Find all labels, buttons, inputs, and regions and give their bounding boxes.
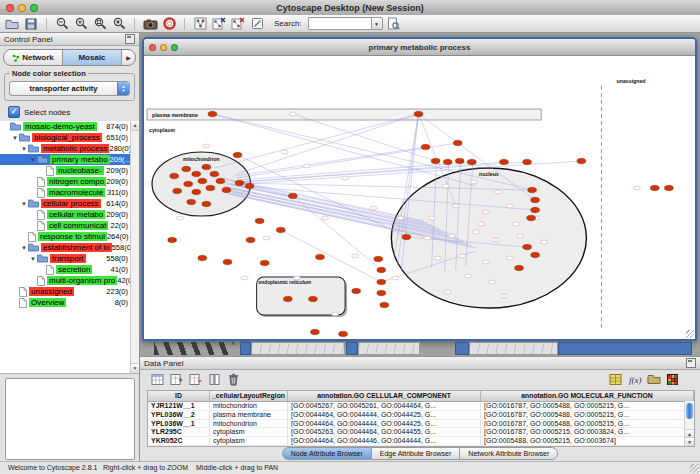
column-icon[interactable] [207, 372, 222, 387]
annotation-icon[interactable] [249, 16, 265, 31]
node [170, 173, 179, 178]
tree-row[interactable]: nitrogen compo209(0) [0, 176, 139, 187]
disclosure-triangle-icon[interactable]: ▼ [29, 157, 37, 163]
float-panel-icon[interactable] [125, 34, 135, 44]
column-header[interactable]: annotation.GO MOLECULAR_FUNCTION [481, 391, 694, 401]
tree-row[interactable]: cellular metabo209(0) [0, 209, 139, 220]
node-unselected [464, 274, 471, 278]
disclosure-triangle-icon[interactable]: ▼ [20, 201, 28, 207]
tree-row[interactable]: cell communicat22(0) [0, 220, 139, 231]
float-panel-icon[interactable] [686, 358, 696, 368]
node-color-selection-group: Node color selection transporter activit… [4, 73, 135, 101]
disclosure-triangle-icon[interactable]: ▼ [11, 135, 19, 141]
heatmap-icon[interactable] [665, 372, 680, 387]
node [402, 234, 411, 239]
select-attributes-icon[interactable] [150, 372, 165, 387]
tree-row[interactable]: unassigned223(0) [0, 286, 139, 297]
tree-row[interactable]: multi-organism pro42(0) [0, 275, 139, 286]
node [308, 296, 317, 301]
tree-row[interactable]: ▼cellular process614(0) [0, 198, 139, 209]
unhide-all-icon[interactable] [230, 16, 246, 31]
tree-row[interactable]: ▼establishment of lo558(0) [0, 242, 139, 253]
tree-row[interactable]: ▼biological_process651(0) [0, 132, 139, 143]
new-attribute-icon[interactable] [169, 372, 184, 387]
column-header[interactable]: annotation.GO CELLULAR_COMPONENT [288, 391, 481, 401]
node-unselected [448, 234, 455, 238]
node-unselected [303, 164, 310, 168]
search-dropdown-button[interactable]: ▼ [371, 17, 383, 30]
scrollbar-thumb[interactable] [686, 403, 693, 419]
network-window[interactable]: primary metabolic process plasma membran… [142, 37, 697, 341]
save-session-icon[interactable] [23, 16, 39, 31]
table-row[interactable]: YKR052Ccytoplasm[GO:0044464, GO:0044446,… [148, 437, 694, 446]
scroll-up-icon[interactable]: ▲ [131, 121, 139, 131]
tree-row-label: nitrogen compo [47, 177, 106, 186]
tree-row[interactable]: ▼metabolic process280(0) [0, 143, 139, 154]
node-color-dropdown[interactable]: transporter activity ▲▼ [9, 81, 130, 96]
search-input[interactable] [308, 17, 371, 30]
open-file-icon[interactable] [4, 16, 20, 31]
region-label: plasma membrane [152, 112, 198, 118]
zoom-out-icon[interactable] [54, 16, 70, 31]
zoom-fit-icon[interactable] [92, 16, 108, 31]
search-options-icon[interactable] [386, 16, 402, 31]
node [523, 159, 532, 164]
tab-node-attribute-browser[interactable]: Node Attribute Browser [282, 447, 372, 460]
tree-row[interactable]: ▼primary metabo209(... [0, 154, 139, 165]
trash-icon[interactable] [226, 372, 241, 387]
node [380, 302, 389, 307]
tab-overflow-arrow[interactable]: ▶ [122, 50, 135, 65]
disclosure-triangle-icon[interactable]: ▼ [20, 146, 28, 152]
tab-mosaic[interactable]: Mosaic [63, 50, 122, 65]
tab-network-attribute-browser[interactable]: Network Attribute Browser [460, 447, 558, 460]
node [202, 201, 211, 206]
tab-network[interactable]: Network [4, 50, 63, 65]
window-resize-grip[interactable] [690, 464, 699, 473]
network-window-titlebar[interactable]: primary metabolic process [144, 39, 695, 56]
table-row[interactable]: YPL036W__1mitochondrion[GO:0044464, GO:0… [148, 420, 694, 429]
disclosure-triangle-icon[interactable]: ▼ [29, 256, 37, 262]
delete-attribute-icon[interactable] [188, 372, 203, 387]
region-label: unassigned [617, 78, 646, 84]
column-header[interactable]: _cellularLayoutRegion [210, 391, 288, 401]
scroll-down-icon[interactable]: ▼ [685, 437, 694, 446]
node [245, 183, 254, 188]
node-unselected [442, 184, 449, 188]
node [260, 260, 269, 265]
network-canvas[interactable]: plasma membranecytoplasmmitochondrionnuc… [144, 56, 695, 339]
tree-row[interactable]: mosaic-demo-yeast874(0) [0, 121, 139, 132]
column-header[interactable]: ID [148, 391, 210, 401]
table-row[interactable]: YJR121W__1mitochondrion[GO:0045267, GO:0… [148, 402, 694, 411]
tree-row[interactable]: Overview8(0) [0, 297, 139, 308]
table-row[interactable]: YPL036W__2plasma membrane[GO:0044464, GO… [148, 411, 694, 420]
tree-row-label: cell communicat [47, 221, 108, 230]
scroll-down-icon[interactable]: ▼ [131, 363, 139, 373]
tree-row-label: multi-organism pro [47, 276, 117, 285]
tree-row[interactable]: macromolecule311(0) [0, 187, 139, 198]
help-icon[interactable] [161, 16, 177, 31]
disclosure-triangle-icon[interactable]: ▼ [20, 245, 28, 251]
hide-selected-icon[interactable] [211, 16, 227, 31]
snapshot-icon[interactable] [142, 16, 158, 31]
tree-row[interactable]: ▼transport558(0) [0, 253, 139, 264]
tree-row[interactable]: secretion41(0) [0, 264, 139, 275]
function-builder-icon[interactable]: f(x) [627, 372, 642, 387]
select-nodes-checkbox[interactable]: ✓ [8, 106, 20, 118]
zoom-in-icon[interactable] [73, 16, 89, 31]
tree-row[interactable]: response to stimul264(0) [0, 231, 139, 242]
select-nodes-label: Select nodes [24, 108, 70, 117]
graphics-details-icon[interactable] [192, 16, 208, 31]
control-panel: Control Panel Network Mosaic ▶ Node colo… [0, 33, 140, 462]
table-row[interactable]: YLR295Ccytoplasm[GO:0045263, GO:0044464,… [148, 428, 694, 437]
table-cell: YKR052C [148, 437, 210, 445]
import-attributes-icon[interactable] [646, 372, 661, 387]
frame-resize-grip[interactable] [686, 330, 694, 338]
birdseye-view[interactable] [5, 378, 135, 460]
zoom-selected-icon[interactable] [111, 16, 127, 31]
node-unselected [434, 256, 441, 260]
table-scrollbar[interactable]: ▲ ▼ [684, 401, 694, 446]
tab-edge-attribute-browser[interactable]: Edge Attribute Browser [372, 447, 461, 460]
tree-scrollbar[interactable]: ▲ ▼ [130, 121, 139, 373]
batch-editor-icon[interactable] [608, 372, 623, 387]
tree-row[interactable]: nucleobase-209(0) [0, 165, 139, 176]
